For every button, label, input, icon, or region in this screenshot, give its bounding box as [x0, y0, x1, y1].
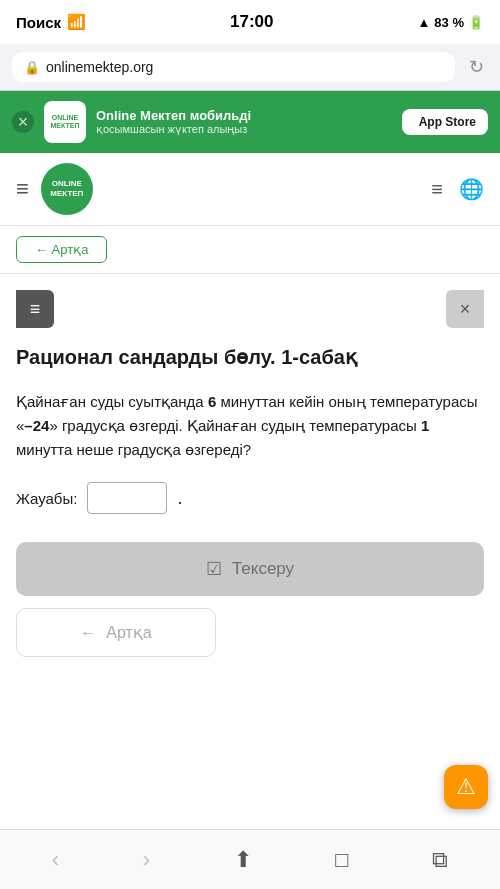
banner-logo: ONLINEМЕКТЕП	[44, 101, 86, 143]
wifi-icon: 📶	[67, 13, 86, 31]
question-text: Қайнаған суды суытқанда 6 минуттан кейін…	[16, 390, 484, 462]
status-left: Поиск 📶	[16, 13, 86, 31]
banner-logo-text: ONLINEМЕКТЕП	[51, 114, 80, 129]
location-icon: ▲	[417, 15, 430, 30]
bottom-nav: ‹ › ⬆ □ ⧉	[0, 829, 500, 889]
sidebar-toggle-button[interactable]: ≡	[16, 290, 54, 328]
back-label: Артқа	[106, 623, 151, 642]
globe-icon[interactable]: 🌐	[459, 177, 484, 201]
header-right: ≡ 🌐	[431, 177, 484, 201]
header-left: ≡ ONLINEМЕКТЕП	[16, 163, 93, 215]
back-button[interactable]: ← Артқа	[16, 608, 216, 657]
nav-share-btn[interactable]: ⬆	[218, 839, 268, 881]
battery-label: 83 %	[434, 15, 464, 30]
nav-back-btn[interactable]: ‹	[36, 839, 75, 881]
list-icon[interactable]: ≡	[431, 178, 443, 201]
menu-icon[interactable]: ≡	[16, 176, 29, 202]
status-bar: Поиск 📶 17:00 ▲ 83 % 🔋	[0, 0, 500, 44]
answer-input[interactable]	[87, 482, 167, 514]
nav-bookmarks-btn[interactable]: □	[319, 839, 364, 881]
answer-label: Жауабы:	[16, 490, 77, 507]
check-label: Тексеру	[232, 559, 294, 579]
site-header: ≡ ONLINEМЕКТЕП ≡ 🌐	[0, 153, 500, 226]
url-bar[interactable]: 🔒 onlinemektep.org	[12, 52, 455, 82]
url-text: onlinemektep.org	[46, 59, 153, 75]
lesson-title: Рационал сандарды бөлу. 1-сабақ	[16, 344, 484, 370]
banner-info: Online Мектеп мобильді қосымшасын жүктеп…	[96, 108, 392, 136]
battery-icon: 🔋	[468, 15, 484, 30]
time-display: 17:00	[230, 12, 273, 32]
status-right: ▲ 83 % 🔋	[417, 15, 484, 30]
check-icon: ☑	[206, 558, 222, 580]
browser-bar: 🔒 onlinemektep.org ↻	[0, 44, 500, 91]
main-content: ≡ × Рационал сандарды бөлу. 1-сабақ Қайн…	[0, 274, 500, 673]
answer-dot: .	[177, 488, 182, 509]
warning-icon: ⚠	[456, 774, 476, 800]
banner-close-button[interactable]: ×	[12, 111, 34, 133]
nav-forward-btn[interactable]: ›	[127, 839, 166, 881]
lock-icon: 🔒	[24, 60, 40, 75]
banner-title: Online Мектеп мобильді	[96, 108, 392, 123]
check-button[interactable]: ☑ Тексеру	[16, 542, 484, 596]
banner-subtitle: қосымшасын жүктеп алыңыз	[96, 123, 392, 136]
site-logo-text: ONLINEМЕКТЕП	[50, 179, 83, 198]
floating-buttons: ≡ ×	[16, 290, 484, 328]
carrier-label: Поиск	[16, 14, 61, 31]
content-close-button[interactable]: ×	[446, 290, 484, 328]
nav-tabs-btn[interactable]: ⧉	[416, 839, 464, 881]
warning-fab[interactable]: ⚠	[444, 765, 488, 809]
app-store-label: App Store	[419, 115, 476, 129]
nav-area: ← Артқа	[0, 226, 500, 274]
reload-button[interactable]: ↻	[465, 52, 488, 82]
site-logo: ONLINEМЕКТЕП	[41, 163, 93, 215]
nav-back-button[interactable]: ← Артқа	[16, 236, 107, 263]
app-banner: × ONLINEМЕКТЕП Online Мектеп мобильді қо…	[0, 91, 500, 153]
app-store-button[interactable]: App Store	[402, 109, 488, 135]
answer-row: Жауабы: .	[16, 482, 484, 514]
back-arrow: ←	[80, 624, 96, 642]
